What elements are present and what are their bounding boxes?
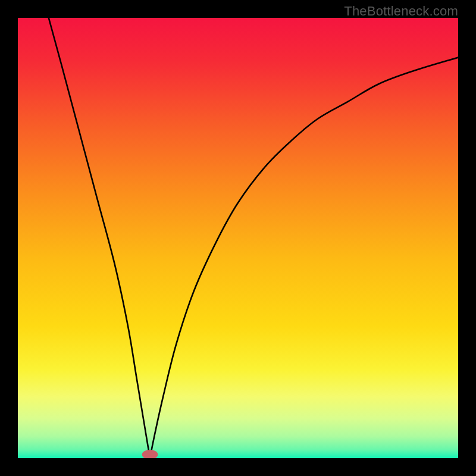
watermark-text: TheBottleneck.com bbox=[344, 4, 458, 19]
minimum-marker bbox=[142, 450, 158, 458]
curve-layer bbox=[18, 18, 458, 458]
curve-right-branch bbox=[150, 58, 458, 458]
plot-area bbox=[18, 18, 458, 458]
chart-frame: TheBottleneck.com bbox=[0, 0, 476, 476]
curve-left-branch bbox=[49, 18, 150, 458]
